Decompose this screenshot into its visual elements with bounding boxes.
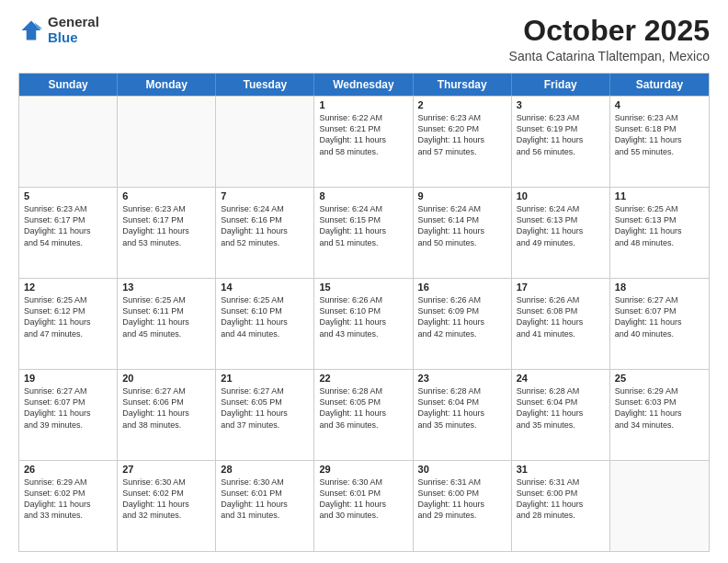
day-cell-5: 5Sunrise: 6:23 AMSunset: 6:17 PMDaylight… xyxy=(19,188,118,278)
day-number: 18 xyxy=(615,282,704,293)
day-number: 16 xyxy=(418,282,506,293)
cell-info: Sunrise: 6:27 AMSunset: 6:06 PMDaylight:… xyxy=(122,385,210,431)
day-number: 2 xyxy=(418,99,506,110)
day-cell-9: 9Sunrise: 6:24 AMSunset: 6:14 PMDaylight… xyxy=(414,188,512,278)
empty-cell xyxy=(118,97,216,187)
day-number: 6 xyxy=(122,190,210,201)
day-number: 25 xyxy=(615,373,704,384)
day-cell-24: 24Sunrise: 6:28 AMSunset: 6:04 PMDayligh… xyxy=(512,370,610,460)
day-cell-6: 6Sunrise: 6:23 AMSunset: 6:17 PMDaylight… xyxy=(118,188,216,278)
cell-info: Sunrise: 6:23 AMSunset: 6:17 PMDaylight:… xyxy=(122,203,210,248)
cell-info: Sunrise: 6:28 AMSunset: 6:04 PMDaylight:… xyxy=(418,385,506,431)
day-number: 19 xyxy=(24,373,112,384)
calendar-week-1: 1Sunrise: 6:22 AMSunset: 6:21 PMDaylight… xyxy=(19,96,709,187)
day-header-monday: Monday xyxy=(118,74,216,96)
day-number: 27 xyxy=(122,464,210,475)
day-number: 5 xyxy=(24,190,112,201)
day-cell-13: 13Sunrise: 6:25 AMSunset: 6:11 PMDayligh… xyxy=(118,279,216,369)
day-cell-1: 1Sunrise: 6:22 AMSunset: 6:21 PMDaylight… xyxy=(314,97,413,187)
day-number: 4 xyxy=(615,99,704,110)
logo-general-text: General xyxy=(48,14,99,29)
day-cell-21: 21Sunrise: 6:27 AMSunset: 6:05 PMDayligh… xyxy=(216,370,314,460)
calendar-week-4: 19Sunrise: 6:27 AMSunset: 6:07 PMDayligh… xyxy=(19,369,709,460)
title-block: October 2025 Santa Catarina Tlaltempan, … xyxy=(509,15,710,63)
cell-info: Sunrise: 6:29 AMSunset: 6:02 PMDaylight:… xyxy=(24,477,112,522)
cell-info: Sunrise: 6:25 AMSunset: 6:10 PMDaylight:… xyxy=(221,294,309,339)
day-number: 9 xyxy=(418,190,506,201)
day-cell-18: 18Sunrise: 6:27 AMSunset: 6:07 PMDayligh… xyxy=(610,279,709,369)
day-number: 14 xyxy=(221,282,309,293)
cell-info: Sunrise: 6:27 AMSunset: 6:07 PMDaylight:… xyxy=(24,385,112,431)
day-cell-4: 4Sunrise: 6:23 AMSunset: 6:18 PMDaylight… xyxy=(610,97,709,187)
day-cell-23: 23Sunrise: 6:28 AMSunset: 6:04 PMDayligh… xyxy=(414,370,512,460)
cell-info: Sunrise: 6:22 AMSunset: 6:21 PMDaylight:… xyxy=(319,112,407,157)
day-cell-7: 7Sunrise: 6:24 AMSunset: 6:16 PMDaylight… xyxy=(216,188,314,278)
day-cell-10: 10Sunrise: 6:24 AMSunset: 6:13 PMDayligh… xyxy=(512,188,610,278)
empty-cell xyxy=(19,97,118,187)
day-cell-14: 14Sunrise: 6:25 AMSunset: 6:10 PMDayligh… xyxy=(216,279,314,369)
day-cell-25: 25Sunrise: 6:29 AMSunset: 6:03 PMDayligh… xyxy=(610,370,709,460)
cell-info: Sunrise: 6:31 AMSunset: 6:00 PMDaylight:… xyxy=(418,477,506,522)
svg-marker-0 xyxy=(22,20,41,40)
day-cell-12: 12Sunrise: 6:25 AMSunset: 6:12 PMDayligh… xyxy=(19,279,118,369)
day-header-wednesday: Wednesday xyxy=(314,74,413,96)
day-number: 17 xyxy=(517,282,605,293)
day-number: 28 xyxy=(221,464,309,475)
empty-cell xyxy=(610,461,709,551)
cell-info: Sunrise: 6:23 AMSunset: 6:18 PMDaylight:… xyxy=(615,112,704,157)
day-header-sunday: Sunday xyxy=(19,74,118,96)
cell-info: Sunrise: 6:30 AMSunset: 6:01 PMDaylight:… xyxy=(319,477,407,522)
logo: General Blue xyxy=(18,15,99,45)
day-number: 12 xyxy=(24,282,112,293)
cell-info: Sunrise: 6:23 AMSunset: 6:19 PMDaylight:… xyxy=(517,112,605,157)
cell-info: Sunrise: 6:25 AMSunset: 6:13 PMDaylight:… xyxy=(615,203,704,248)
day-number: 13 xyxy=(122,282,210,293)
day-number: 26 xyxy=(24,464,112,475)
day-number: 24 xyxy=(517,373,605,384)
month-title: October 2025 xyxy=(509,15,710,47)
cell-info: Sunrise: 6:25 AMSunset: 6:12 PMDaylight:… xyxy=(24,294,112,339)
cell-info: Sunrise: 6:25 AMSunset: 6:11 PMDaylight:… xyxy=(122,294,210,339)
calendar-week-2: 5Sunrise: 6:23 AMSunset: 6:17 PMDaylight… xyxy=(19,187,709,278)
day-number: 11 xyxy=(615,190,704,201)
day-number: 20 xyxy=(122,373,210,384)
day-number: 23 xyxy=(418,373,506,384)
cell-info: Sunrise: 6:23 AMSunset: 6:17 PMDaylight:… xyxy=(24,203,112,248)
cell-info: Sunrise: 6:24 AMSunset: 6:13 PMDaylight:… xyxy=(517,203,605,248)
header: General Blue October 2025 Santa Catarina… xyxy=(18,15,710,63)
day-cell-8: 8Sunrise: 6:24 AMSunset: 6:15 PMDaylight… xyxy=(314,188,413,278)
day-cell-2: 2Sunrise: 6:23 AMSunset: 6:20 PMDaylight… xyxy=(414,97,512,187)
day-number: 22 xyxy=(319,373,407,384)
cell-info: Sunrise: 6:29 AMSunset: 6:03 PMDaylight:… xyxy=(615,385,704,431)
logo-blue-text: Blue xyxy=(48,29,78,45)
calendar: SundayMondayTuesdayWednesdayThursdayFrid… xyxy=(18,73,710,552)
cell-info: Sunrise: 6:26 AMSunset: 6:08 PMDaylight:… xyxy=(517,294,605,339)
day-number: 1 xyxy=(319,99,407,110)
cell-info: Sunrise: 6:27 AMSunset: 6:05 PMDaylight:… xyxy=(221,385,309,431)
page: General Blue October 2025 Santa Catarina… xyxy=(0,0,728,563)
day-number: 21 xyxy=(221,373,309,384)
day-cell-27: 27Sunrise: 6:30 AMSunset: 6:02 PMDayligh… xyxy=(118,461,216,551)
day-number: 30 xyxy=(418,464,506,475)
cell-info: Sunrise: 6:24 AMSunset: 6:14 PMDaylight:… xyxy=(418,203,506,248)
day-number: 8 xyxy=(319,190,407,201)
cell-info: Sunrise: 6:30 AMSunset: 6:02 PMDaylight:… xyxy=(122,477,210,522)
cell-info: Sunrise: 6:23 AMSunset: 6:20 PMDaylight:… xyxy=(418,112,506,157)
day-header-thursday: Thursday xyxy=(414,74,512,96)
day-number: 29 xyxy=(319,464,407,475)
day-cell-26: 26Sunrise: 6:29 AMSunset: 6:02 PMDayligh… xyxy=(19,461,118,551)
cell-info: Sunrise: 6:27 AMSunset: 6:07 PMDaylight:… xyxy=(615,294,704,339)
day-cell-11: 11Sunrise: 6:25 AMSunset: 6:13 PMDayligh… xyxy=(610,188,709,278)
day-cell-29: 29Sunrise: 6:30 AMSunset: 6:01 PMDayligh… xyxy=(314,461,413,551)
cell-info: Sunrise: 6:26 AMSunset: 6:09 PMDaylight:… xyxy=(418,294,506,339)
day-number: 3 xyxy=(517,99,605,110)
day-cell-28: 28Sunrise: 6:30 AMSunset: 6:01 PMDayligh… xyxy=(216,461,314,551)
day-cell-17: 17Sunrise: 6:26 AMSunset: 6:08 PMDayligh… xyxy=(512,279,610,369)
day-cell-19: 19Sunrise: 6:27 AMSunset: 6:07 PMDayligh… xyxy=(19,370,118,460)
cell-info: Sunrise: 6:24 AMSunset: 6:16 PMDaylight:… xyxy=(221,203,309,248)
cell-info: Sunrise: 6:24 AMSunset: 6:15 PMDaylight:… xyxy=(319,203,407,248)
day-header-friday: Friday xyxy=(512,74,610,96)
logo-icon xyxy=(18,17,44,43)
empty-cell xyxy=(216,97,314,187)
calendar-week-5: 26Sunrise: 6:29 AMSunset: 6:02 PMDayligh… xyxy=(19,460,709,551)
